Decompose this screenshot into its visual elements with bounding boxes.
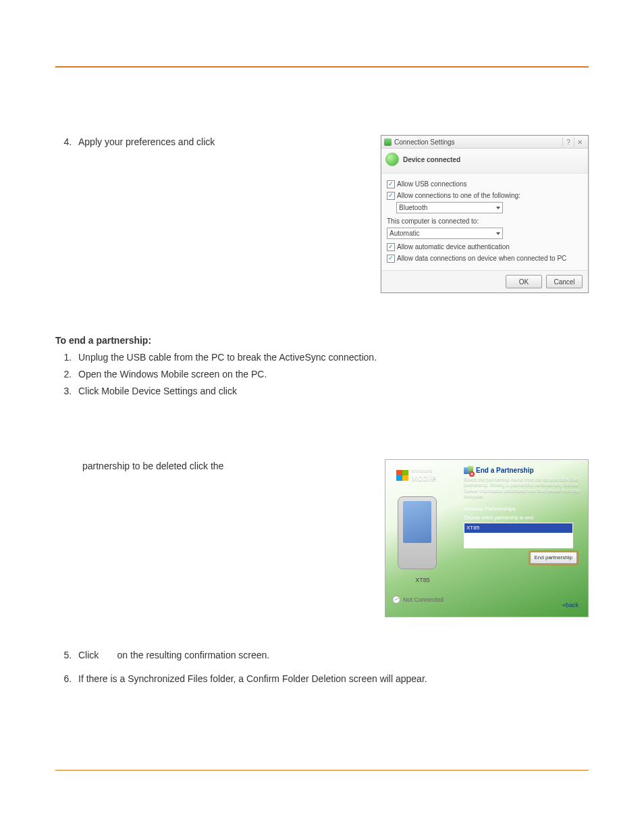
device-screen <box>403 501 431 543</box>
activesync-icon <box>384 138 392 146</box>
choose-label: Choose which partnership to end: <box>464 515 584 522</box>
help-button[interactable]: ? <box>562 137 574 147</box>
step5-a: Click <box>78 650 99 660</box>
connected-to-label: This computer is connected to: <box>387 216 583 226</box>
dialog-titlebar: Connection Settings ? ✕ <box>381 136 588 149</box>
allow-data-checkbox[interactable]: ✓ Allow data connections on device when … <box>387 253 583 263</box>
allow-one-of-label: Allow connections to one of the followin… <box>397 190 520 201</box>
end-partnership-icon: × <box>464 466 473 475</box>
step5: Click on the resulting confirmation scre… <box>74 648 589 662</box>
allow-usb-checkbox[interactable]: ✓ Allow USB connections <box>387 179 583 189</box>
chevron-down-icon <box>496 207 500 209</box>
step6: If there is a Synchronized Files folder,… <box>74 672 589 686</box>
device-illustration <box>398 496 437 569</box>
windows-flag-icon <box>396 470 408 481</box>
device-name-label: XT85 <box>385 576 460 585</box>
dialog-title: Connection Settings <box>394 137 562 147</box>
ok-button[interactable]: OK <box>506 275 542 288</box>
cancel-button[interactable]: Cancel <box>546 275 583 288</box>
panel-description: Select the partnership name from the lis… <box>464 477 584 500</box>
status-orb-icon <box>385 153 399 166</box>
step4-row: Apply your preferences and click Connect… <box>55 135 589 293</box>
step4-text: Apply your preferences and click <box>74 135 374 149</box>
end-step-3: Click Mobile Device Settings and click <box>74 384 589 398</box>
allow-data-label: Allow data connections on device when co… <box>397 253 566 263</box>
brand-big: Mobile <box>410 473 436 482</box>
auto-auth-label: Allow automatic device authentication <box>397 242 510 252</box>
end-step-2: Open the Windows Mobile screen on the PC… <box>74 367 589 382</box>
device-connected-label: Device connected <box>403 155 460 165</box>
connection-type-value: Bluetooth <box>399 203 427 213</box>
partnership-list-item[interactable]: XT85 <box>464 523 572 533</box>
connection-settings-dialog: Connection Settings ? ✕ Device connected… <box>381 135 589 293</box>
windows-mobile-panel: Windows Mobile XT85 Not Connected <box>385 459 589 617</box>
top-rule <box>55 66 589 68</box>
end-step-1: Unplug the USB cable from the PC to brea… <box>74 350 589 365</box>
end-partnership-button[interactable]: End partnership <box>530 552 577 564</box>
document-page: Apply your preferences and click Connect… <box>0 0 644 834</box>
back-link[interactable]: «back <box>562 601 579 610</box>
connection-status: Not Connected <box>403 596 444 605</box>
bottom-rule <box>55 770 589 771</box>
end-partnership-heading: To end a partnership: <box>55 334 589 348</box>
partnership-listbox[interactable]: XT85 <box>464 523 573 548</box>
allow-one-of-checkbox[interactable]: ✓ Allow connections to one of the follow… <box>387 190 583 201</box>
connection-type-select[interactable]: Bluetooth <box>396 202 503 213</box>
windows-mobile-logo: Windows Mobile <box>396 468 436 482</box>
not-connected-icon <box>392 596 400 604</box>
step5-b: on the resulting confirmation screen. <box>117 650 270 660</box>
auto-auth-checkbox[interactable]: ✓ Allow automatic device authentication <box>387 242 583 252</box>
network-select[interactable]: Automatic <box>387 228 503 239</box>
allow-usb-label: Allow USB connections <box>397 179 466 189</box>
row2-text: partnership to be deleted click the <box>55 459 385 473</box>
panel-title: End a Partnership <box>476 465 534 475</box>
desktop-partnerships-label: Desktop Partnerships <box>464 505 584 513</box>
chevron-down-icon <box>496 232 500 235</box>
close-button[interactable]: ✕ <box>574 137 585 147</box>
network-value: Automatic <box>390 228 419 238</box>
